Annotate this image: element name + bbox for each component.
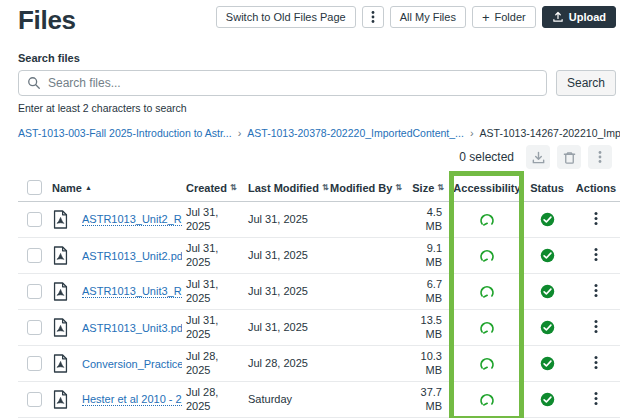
header-status[interactable]: Status [522,182,572,194]
upload-button-label: Upload [569,11,606,23]
page-header: Files Switch to Old Files Page All My Fi… [0,0,620,36]
sortable-icon: ⇅ [395,183,402,192]
published-status-icon[interactable] [540,248,555,263]
upload-button[interactable]: Upload [542,6,616,28]
published-status-icon[interactable] [540,212,555,227]
pdf-file-icon [52,390,69,409]
accessibility-gauge-icon[interactable] [479,321,495,335]
table-header-row: Name ▲ Created ⇅ Last Modified ⇅ Modifie… [18,174,620,202]
file-name-link[interactable]: Conversion_Practice.pdf [82,358,182,370]
upload-icon [552,11,564,23]
pdf-file-icon [52,210,69,229]
selected-count: 0 selected [459,150,514,164]
table-row: Conversion_Practice.pdf Jul 28, 2025 Jul… [18,346,620,382]
row-checkbox[interactable] [27,356,42,371]
kebab-icon [590,247,602,262]
published-status-icon[interactable] [540,320,555,335]
header-created[interactable]: Created ⇅ [186,182,248,194]
accessibility-gauge-icon[interactable] [479,285,495,299]
created-cell: Jul 31, 2025 [186,206,248,234]
files-table: Name ▲ Created ⇅ Last Modified ⇅ Modifie… [0,174,620,418]
kebab-icon [590,391,602,406]
table-row: ASTR1013_Unit3.pdf Jul 31, 2025 Jul 31, … [18,310,620,346]
published-status-icon[interactable] [540,356,555,371]
row-actions-kebab-button[interactable] [586,279,606,305]
pdf-file-icon [52,282,69,301]
row-actions-kebab-button[interactable] [586,387,606,413]
kebab-icon [594,150,606,164]
kebab-icon [590,283,602,298]
accessibility-gauge-icon[interactable] [479,213,495,227]
file-name-link[interactable]: ASTR1013_Unit3.pdf [82,322,182,334]
trash-icon [562,150,577,165]
file-name-link[interactable]: ASTR1013_Unit3_Reso... [82,285,182,298]
breadcrumb-item: AST-1013-14267-202210_ImportedContent_20… [480,127,620,139]
search-label: Search files [18,52,616,64]
row-actions-kebab-button[interactable] [586,243,606,269]
last-modified-cell: Jul 31, 2025 [248,213,330,227]
table-body: ASTR1013_Unit2_Reso... Jul 31, 2025 Jul … [18,202,620,418]
header-accessibility[interactable]: Accessibility [452,182,522,194]
row-checkbox[interactable] [27,212,42,227]
size-cell: 6.7MB [410,278,452,306]
selection-kebab-button[interactable] [588,145,612,169]
created-cell: Jul 28, 2025 [186,350,248,378]
add-folder-button[interactable]: + Folder [472,6,536,28]
search-section: Search files Search Enter at least 2 cha… [0,52,620,114]
accessibility-gauge-icon[interactable] [479,393,495,407]
accessibility-gauge-icon[interactable] [479,357,495,371]
search-button[interactable]: Search [556,70,616,96]
created-cell: Jul 28, 2025 [186,386,248,414]
file-name-link[interactable]: ASTR1013_Unit2_Reso... [82,213,182,226]
row-checkbox[interactable] [27,248,42,263]
download-button[interactable] [526,145,550,169]
kebab-icon [590,211,602,226]
created-cell: Jul 31, 2025 [186,278,248,306]
breadcrumb-item[interactable]: AST-1013-003-Fall 2025-Introduction to A… [18,127,232,139]
table-row: ASTR1013_Unit2.pdf Jul 31, 2025 Jul 31, … [18,238,620,274]
table-row: ASTR1013_Unit2_Reso... Jul 31, 2025 Jul … [18,202,620,238]
delete-button[interactable] [557,145,581,169]
size-cell: 10.3MB [410,350,452,378]
pdf-file-icon [52,246,69,265]
selection-toolbar: 0 selected [0,145,620,169]
header-name[interactable]: Name ▲ [52,182,186,194]
size-cell: 4.5MB [410,206,452,234]
header-actions: Actions [572,182,620,194]
header-size[interactable]: Size ⇅ [410,182,452,194]
table-row: ASTR1013_Unit3_Reso... Jul 31, 2025 Jul … [18,274,620,310]
last-modified-cell: Jul 31, 2025 [248,285,330,299]
select-all-checkbox[interactable] [27,180,42,195]
row-actions-kebab-button[interactable] [586,351,606,377]
row-actions-kebab-button[interactable] [586,207,606,233]
breadcrumb: AST-1013-003-Fall 2025-Introduction to A… [0,127,620,139]
published-status-icon[interactable] [540,284,555,299]
file-name-link[interactable]: Hester et al 2010 - 21st... [82,393,182,406]
download-icon [531,150,546,165]
sort-ascending-icon: ▲ [85,184,92,191]
accessibility-gauge-icon[interactable] [479,249,495,263]
last-modified-cell: Jul 28, 2025 [248,357,330,371]
breadcrumb-separator: › [238,127,242,139]
row-actions-kebab-button[interactable] [586,315,606,341]
search-icon [27,76,41,90]
row-checkbox[interactable] [27,284,42,299]
size-cell: 37.7MB [410,386,452,414]
header-kebab-button[interactable] [362,6,384,28]
last-modified-cell: Saturday [248,393,330,407]
all-my-files-button[interactable]: All My Files [390,6,466,28]
created-cell: Jul 31, 2025 [186,242,248,270]
row-checkbox[interactable] [27,320,42,335]
search-input[interactable] [18,70,547,96]
file-name-link[interactable]: ASTR1013_Unit2.pdf [82,250,182,262]
switch-old-files-button[interactable]: Switch to Old Files Page [216,6,356,28]
header-last-modified[interactable]: Last Modified ⇅ [248,182,330,194]
folder-button-label: Folder [495,11,526,23]
last-modified-cell: Jul 31, 2025 [248,249,330,263]
published-status-icon[interactable] [540,392,555,407]
header-modified-by[interactable]: Modified By ⇅ [330,182,410,194]
kebab-icon [590,355,602,370]
breadcrumb-item[interactable]: AST-1013-20378-202220_ImportedContent_..… [247,127,464,139]
last-modified-cell: Jul 31, 2025 [248,321,330,335]
row-checkbox[interactable] [27,392,42,407]
